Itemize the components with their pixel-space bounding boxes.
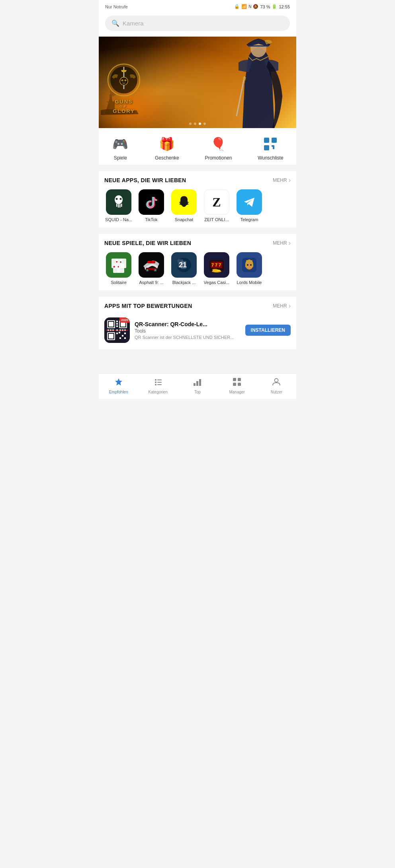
app-name-telegram: Telegram [240, 217, 258, 222]
app-telegram[interactable]: Telegram [235, 189, 264, 222]
category-geschenke-label: Geschenke [155, 155, 179, 161]
svg-point-6 [120, 77, 128, 85]
app-icon-tiktok [139, 189, 164, 215]
svg-point-14 [115, 195, 123, 204]
svg-rect-64 [116, 325, 118, 327]
nav-icon-empfohlen [114, 378, 123, 388]
svg-text:7: 7 [219, 263, 221, 267]
app-icon-lords [237, 252, 262, 278]
svg-rect-17 [119, 204, 121, 208]
svg-rect-12 [273, 146, 274, 149]
nfc-icon: N [248, 4, 251, 9]
app-name-solitaire: Solitaire [111, 280, 127, 285]
search-bar[interactable]: 🔍 Kamera [105, 16, 290, 31]
svg-rect-13 [272, 145, 274, 147]
svg-rect-53 [245, 263, 247, 267]
svg-text:♣: ♣ [113, 265, 115, 269]
svg-rect-72 [116, 333, 118, 334]
app-zeit[interactable]: Z ZEIT ONLI... [202, 189, 231, 222]
nav-empfohlen[interactable]: Empfohlen [99, 374, 138, 399]
new-apps-section: NEUE APPS, DIE WIR LIEBEN MEHR SQUID - N… [99, 171, 296, 228]
top-rated-info-qr: QR-Scanner: QR-Code-Le... Tools QR Scann… [135, 321, 241, 340]
nav-icon-manager [233, 378, 241, 388]
dot-1 [189, 123, 192, 125]
dot-2 [194, 123, 196, 125]
bottom-nav: Empfohlen Kategorien Top [99, 373, 296, 399]
clock: 12:55 [279, 4, 290, 9]
svg-rect-85 [194, 383, 196, 386]
app-solitaire[interactable]: ♣ ♦ ♥ ♠ Solitaire [104, 252, 133, 285]
svg-rect-9 [264, 138, 269, 143]
app-name-snapchat: Snapchat [175, 217, 193, 222]
svg-line-2 [237, 76, 244, 116]
app-icon-blackjack: 21 [171, 252, 197, 278]
svg-rect-54 [252, 263, 253, 267]
svg-point-83 [155, 384, 156, 385]
app-icon-snapchat [171, 189, 197, 215]
app-name-asphalt: Asphalt 9: ... [139, 280, 163, 285]
nav-icon-top [193, 378, 202, 388]
app-icon-solitaire: ♣ ♦ ♥ ♠ [106, 252, 131, 278]
new-apps-more[interactable]: MEHR [273, 177, 291, 184]
battery-icon: 🔒 [234, 4, 240, 9]
nav-top[interactable]: Top [178, 374, 217, 399]
app-lords[interactable]: Lords Mobile [235, 252, 264, 285]
svg-rect-87 [199, 379, 201, 386]
nav-nutzer[interactable]: Nutzer [257, 374, 296, 399]
svg-rect-74 [122, 335, 123, 337]
svg-rect-16 [118, 204, 119, 208]
svg-point-8 [125, 80, 127, 82]
svg-rect-75 [124, 333, 126, 334]
svg-text:♥: ♥ [116, 260, 118, 264]
category-promotionen[interactable]: 🎈 Promotionen [205, 135, 232, 161]
new-games-title: NEUE SPIELE, DIE WIR LIEBEN [104, 240, 191, 246]
nav-label-kategorien: Kategorien [149, 390, 168, 394]
dot-3 [199, 123, 201, 125]
svg-point-52 [250, 264, 252, 266]
status-right: 🔒 📶 N 🔕 73 % 🔋 12:55 [234, 4, 290, 9]
svg-point-33 [147, 269, 148, 271]
svg-rect-91 [238, 383, 241, 386]
svg-rect-86 [196, 381, 198, 386]
category-promotionen-label: Promotionen [205, 155, 232, 161]
svg-rect-77 [124, 337, 126, 339]
svg-rect-88 [233, 378, 236, 381]
search-placeholder: Kamera [123, 20, 144, 27]
nav-kategorien[interactable]: Kategorien [138, 374, 178, 399]
app-asphalt[interactable]: Asphalt 9: ... [137, 252, 166, 285]
install-button-qr[interactable]: INSTALLIEREN [245, 325, 291, 336]
svg-rect-73 [119, 332, 120, 333]
category-geschenke[interactable]: 🎁 Geschenke [155, 135, 179, 161]
app-icon-zeit: Z [204, 189, 229, 215]
nav-icon-kategorien [154, 378, 162, 388]
top-rated-name-qr: QR-Scanner: QR-Code-Le... [135, 321, 241, 327]
badge-2020: 2020 [119, 317, 130, 323]
svg-rect-76 [119, 337, 121, 339]
new-apps-header: NEUE APPS, DIE WIR LIEBEN MEHR [104, 177, 291, 184]
svg-rect-89 [238, 378, 241, 381]
svg-rect-15 [116, 204, 117, 207]
top-rated-category-qr: Tools [135, 328, 241, 334]
svg-rect-63 [116, 323, 118, 325]
app-name-squid: SQUID - Na... [105, 217, 132, 222]
category-spiele[interactable]: 🎮 Spiele [111, 135, 129, 161]
svg-point-48 [212, 269, 218, 271]
svg-rect-84 [157, 384, 162, 385]
top-rated-title: APPS MIT TOP BEWERTUNGEN [104, 303, 192, 309]
nav-manager[interactable]: Manager [217, 374, 257, 399]
svg-point-7 [121, 80, 123, 82]
app-squid[interactable]: SQUID - Na... [104, 189, 133, 222]
svg-point-79 [155, 379, 156, 381]
new-games-more[interactable]: MEHR [273, 239, 291, 247]
app-blackjack[interactable]: 21 Blackjack ... [170, 252, 198, 285]
svg-rect-18 [121, 204, 122, 207]
app-vegas[interactable]: 7 7 7 Vegas Casi... [202, 252, 231, 285]
banner[interactable]: GUNS OF GLORY [99, 37, 296, 128]
top-rated-item-qr: 2020 [104, 315, 291, 345]
nav-icon-nutzer [272, 378, 281, 388]
category-wunschliste-label: Wunschliste [258, 155, 283, 161]
top-rated-more[interactable]: MEHR [273, 302, 291, 309]
category-wunschliste[interactable]: Wunschliste [258, 135, 283, 161]
app-tiktok[interactable]: TikTok [137, 189, 166, 222]
app-snapchat[interactable]: Snapchat [170, 189, 198, 222]
